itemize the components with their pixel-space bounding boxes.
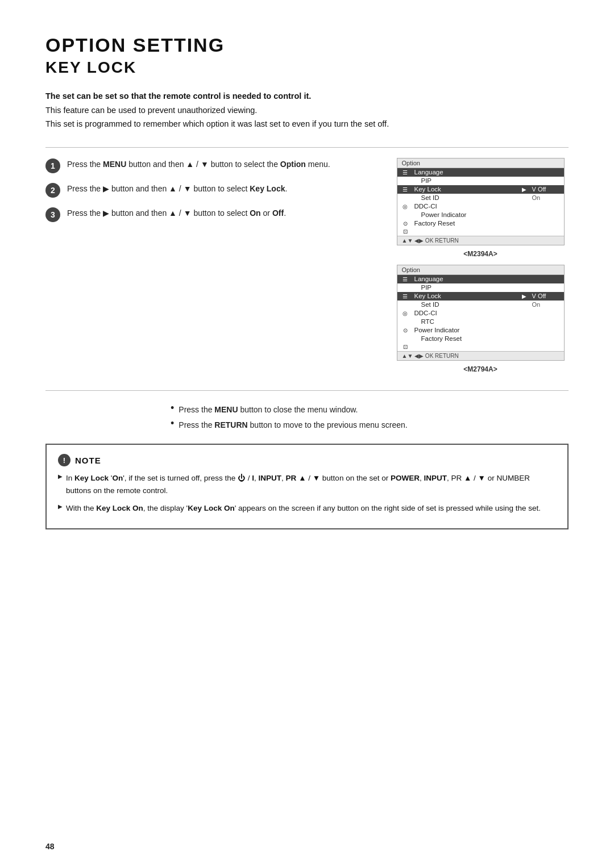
osd-label-language-2: Language (413, 276, 564, 282)
bullet-tip-2-text: Press the RETURN button to move to the p… (179, 418, 407, 433)
osd-value-setid-2: On (530, 301, 564, 308)
osd-label-rtc-2: RTC (413, 318, 564, 325)
osd-row-language-2: ☰ Language (397, 275, 564, 283)
osd-label-setid-2: Set ID (413, 301, 518, 308)
osd-row-setid-1: Set ID On (397, 194, 564, 202)
osd-icon-ddc-1: ◎ (397, 203, 413, 210)
osd-label-setid-1: Set ID (413, 194, 518, 201)
osd-icon-image-1: ⊡ (397, 228, 413, 235)
osd-row-rtc-2: RTC (397, 318, 564, 326)
osd-nav-symbols-2: ▲▼ ◀▶ OK RETURN (402, 353, 459, 359)
step-number-1: 1 (45, 158, 60, 173)
osd-label-power-1: Power Indicator (413, 211, 564, 218)
osd-icon-power-2: ⊙ (397, 327, 413, 333)
osd-icon-language-1: ☰ (397, 169, 413, 176)
intro-line3: This set is programmed to remember which… (45, 117, 569, 131)
note-box: ! NOTE In Key Lock 'On', if the set is t… (45, 444, 569, 529)
osd-label-pip-2: PIP (413, 284, 564, 291)
screens-column: Option ☰ Language PIP ☰ Key Lo (392, 158, 569, 380)
step-2: 2 Press the ▶ button and then ▲ / ▼ butt… (45, 182, 375, 198)
step-3-text: Press the ▶ button and then ▲ / ▼ button… (67, 207, 286, 219)
bullet-tip-1-text: Press the MENU button to close the menu … (179, 402, 358, 418)
osd-bottom-bar-1: ▲▼ ◀▶ OK RETURN (397, 236, 564, 245)
osd-icon-ddc-2: ◎ (397, 310, 413, 316)
osd-label-factory-2: Factory Reset (413, 335, 564, 342)
osd-icon-keylock-2: ☰ (397, 293, 413, 299)
model-label-2: <M2794A> (463, 365, 497, 373)
note-header: ! NOTE (58, 454, 556, 466)
osd-row-language-1: ☰ Language (397, 168, 564, 177)
note-icon: ! (58, 454, 70, 466)
step-1-text: Press the MENU button and then ▲ / ▼ but… (67, 158, 330, 170)
osd-row-power-2: ⊙ Power Indicator (397, 326, 564, 335)
osd-label-keylock-2: Key Lock (413, 293, 518, 299)
step-3: 3 Press the ▶ button and then ▲ / ▼ butt… (45, 207, 375, 222)
osd-nav-symbols-1: ▲▼ ◀▶ OK RETURN (402, 237, 459, 244)
osd-label-factory-1: Factory Reset (413, 220, 564, 227)
step-number-2: 2 (45, 183, 60, 198)
osd-menu-1: ☰ Language PIP ☰ Key Lock ▶ V Off (397, 168, 564, 236)
model-label-1: <M2394A> (463, 250, 497, 258)
bullet-tip-1: • Press the MENU button to close the men… (171, 402, 569, 418)
osd-label-ddc-1: DDC-CI (413, 203, 564, 210)
step-1: 1 Press the MENU button and then ▲ / ▼ b… (45, 158, 375, 173)
bullet-dot-1: • (171, 402, 174, 415)
intro-line1-bold: The set can be set so that the remote co… (45, 91, 311, 101)
note-item-2: With the Key Lock On, the display 'Key L… (58, 502, 556, 515)
osd-row-ddc-1: ◎ DDC-CI (397, 202, 564, 211)
osd-row-keylock-1: ☰ Key Lock ▶ V Off (397, 185, 564, 194)
bullet-tips: • Press the MENU button to close the men… (171, 402, 569, 432)
osd-row-ddc-2: ◎ DDC-CI (397, 309, 564, 318)
note-title: NOTE (75, 456, 101, 465)
osd-arrow-keylock-2: ▶ (518, 293, 530, 299)
osd-row-setid-2: Set ID On (397, 301, 564, 309)
steps-column: 1 Press the MENU button and then ▲ / ▼ b… (45, 158, 392, 231)
osd-value-keylock-1: V Off (530, 186, 564, 193)
osd-row-power-1: Power Indicator (397, 211, 564, 219)
bullet-tip-2: • Press the RETURN button to move to the… (171, 418, 569, 433)
osd-title-bar-1: Option (397, 158, 564, 168)
osd-label-keylock-1: Key Lock (413, 186, 518, 193)
osd-icon-keylock-1: ☰ (397, 186, 413, 193)
step-number-3: 3 (45, 207, 60, 222)
note-item-1: In Key Lock 'On', if the set is turned o… (58, 472, 556, 498)
osd-row-image-2: ⊡ (397, 343, 564, 351)
osd-value-keylock-2-1: V Off (530, 293, 564, 299)
intro-text: The set can be set so that the remote co… (45, 89, 569, 131)
osd-screen-m2394a: Option ☰ Language PIP ☰ Key Lo (397, 158, 565, 245)
osd-arrow-keylock-1: ▶ (518, 186, 530, 193)
osd-value-setid-1: On (530, 194, 564, 201)
osd-icon-factory-1: ⊙ (397, 220, 413, 227)
intro-line2: This feature can be used to prevent unau… (45, 103, 569, 118)
bullet-dot-2: • (171, 418, 174, 430)
osd-title-bar-2: Option (397, 265, 564, 275)
osd-bottom-bar-2: ▲▼ ◀▶ OK RETURN (397, 351, 564, 360)
osd-label-power-2: Power Indicator (413, 327, 564, 333)
osd-row-pip-2: PIP (397, 283, 564, 292)
osd-label-pip-1: PIP (413, 177, 564, 184)
osd-screen-m2794a: Option ☰ Language PIP ☰ Key Lo (397, 265, 565, 361)
osd-row-keylock-2: ☰ Key Lock ▶ V Off (397, 292, 564, 301)
osd-row-image-1: ⊡ (397, 228, 564, 236)
osd-icon-language-2: ☰ (397, 276, 413, 282)
osd-icon-image-2: ⊡ (397, 344, 413, 350)
section-subtitle: KEY LOCK (45, 59, 569, 77)
osd-row-factory-2: Factory Reset (397, 335, 564, 343)
steps-section: 1 Press the MENU button and then ▲ / ▼ b… (45, 147, 569, 391)
page-content: OPTION SETTING KEY LOCK The set can be s… (0, 0, 614, 581)
page-number: 48 (45, 842, 55, 851)
osd-label-language-1: Language (413, 169, 564, 176)
osd-menu-2: ☰ Language PIP ☰ Key Lock ▶ V Off (397, 275, 564, 351)
osd-row-factory-1: ⊙ Factory Reset (397, 219, 564, 228)
step-2-text: Press the ▶ button and then ▲ / ▼ button… (67, 182, 287, 195)
osd-row-pip-1: PIP (397, 177, 564, 185)
section-title: OPTION SETTING (45, 34, 569, 56)
osd-label-ddc-2: DDC-CI (413, 310, 564, 316)
